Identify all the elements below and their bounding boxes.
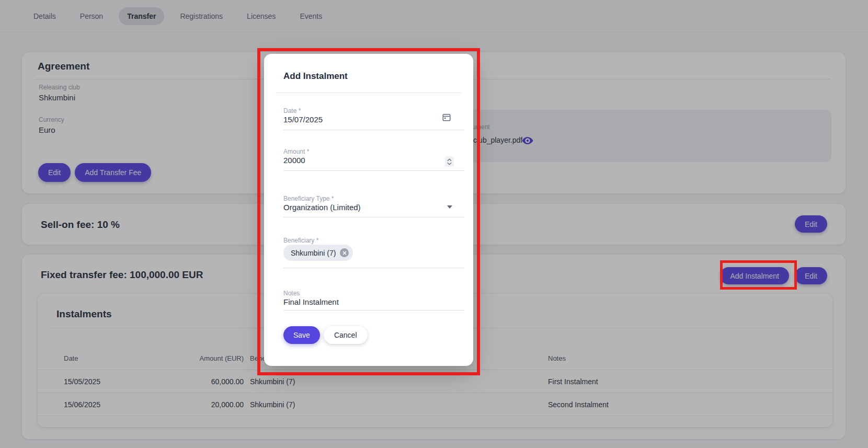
notes-input[interactable]: Final Instalment (283, 297, 339, 306)
beneficiary-type-select[interactable]: Organization (Limited) (283, 203, 361, 212)
modal-title: Add Instalment (283, 71, 348, 82)
add-instalment-modal: Add Instalment Date * 15/07/2025 Amount … (264, 54, 473, 366)
beneficiary-chip-label: Shkumbini (7) (291, 249, 336, 257)
notes-label: Notes (283, 290, 300, 297)
beneficiary-label: Beneficiary * (283, 237, 318, 244)
field-underline (283, 310, 464, 311)
field-underline (283, 130, 464, 130)
divider (276, 93, 462, 93)
remove-icon[interactable] (340, 248, 349, 257)
amount-input[interactable]: 20000 (283, 156, 305, 165)
save-button[interactable]: Save (283, 326, 320, 344)
beneficiary-chip[interactable]: Shkumbini (7) (283, 245, 353, 261)
calendar-icon[interactable] (442, 112, 451, 122)
field-underline (283, 268, 464, 268)
date-input[interactable]: 15/07/2025 (283, 115, 323, 124)
field-underline (283, 170, 464, 171)
cancel-button[interactable]: Cancel (324, 326, 368, 344)
chevron-down-icon[interactable] (447, 205, 452, 209)
beneficiary-type-label: Beneficiary Type * (283, 195, 334, 202)
field-underline (283, 217, 464, 217)
amount-label: Amount * (283, 148, 309, 155)
number-stepper-icon[interactable] (445, 156, 454, 167)
date-label: Date * (283, 107, 301, 114)
